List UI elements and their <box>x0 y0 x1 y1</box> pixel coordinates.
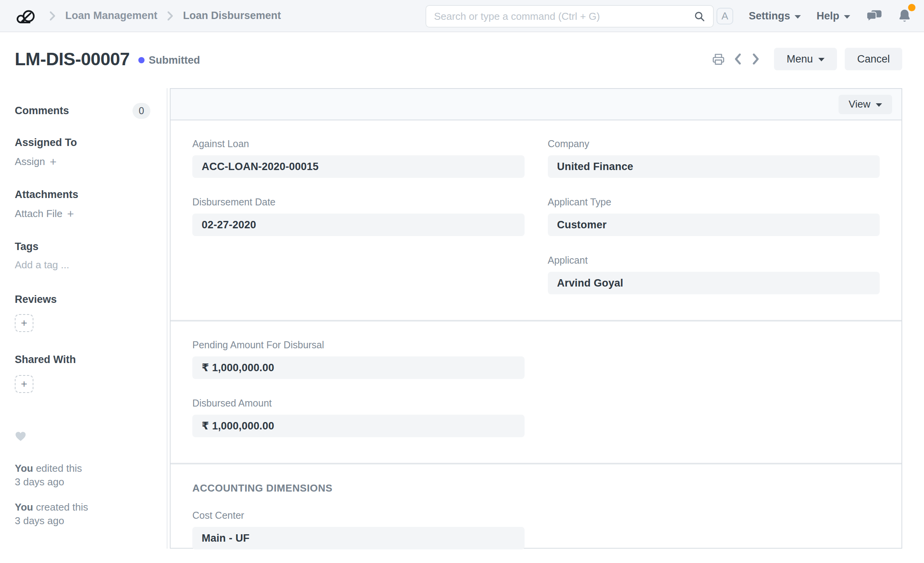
page-head: LM-DIS-00007 Submitted Menu Cancel <box>0 35 924 83</box>
form-sidebar: Comments 0 Assigned To Assign + Attachme… <box>0 88 167 549</box>
plus-icon: + <box>21 317 27 329</box>
against-loan-input[interactable]: ACC-LOAN-2020-00015 <box>192 155 525 178</box>
field-label: Cost Center <box>192 510 525 521</box>
activity-when: 3 days ago <box>15 476 64 488</box>
field-label: Against Loan <box>192 138 525 149</box>
applicant-input[interactable]: Arvind Goyal <box>548 272 880 294</box>
view-button[interactable]: View <box>839 95 892 114</box>
form-section-amounts: Pending Amount For Disbursal ₹ 1,000,000… <box>171 320 901 463</box>
field-applicant-type: Applicant Type Customer <box>548 196 880 236</box>
field-value: ₹ 1,000,000.00 <box>202 361 274 374</box>
status-label: Submitted <box>149 54 200 66</box>
field-value: ACC-LOAN-2020-00015 <box>202 161 319 173</box>
breadcrumb-loan-disbursement[interactable]: Loan Disbursement <box>183 10 281 22</box>
attachments-heading: Attachments <box>15 189 150 201</box>
notification-dot <box>908 4 915 11</box>
add-tag-input[interactable]: Add a tag ... <box>15 259 150 271</box>
field-company: Company United Finance <box>548 138 880 178</box>
search-input[interactable] <box>434 10 694 23</box>
search-icon[interactable] <box>694 10 705 22</box>
print-button[interactable] <box>712 53 725 65</box>
company-input[interactable]: United Finance <box>548 155 880 178</box>
status-dot-icon <box>138 57 145 63</box>
prev-record-button[interactable] <box>733 53 743 65</box>
field-value: 02-27-2020 <box>202 219 256 231</box>
notifications-button[interactable] <box>898 9 912 24</box>
field-value: Arvind Goyal <box>557 277 623 289</box>
chevron-down-icon <box>795 15 801 19</box>
form-main: View Against Loan ACC-LOAN-2020-00015 <box>170 88 902 549</box>
field-disbursement-date: Disbursement Date 02-27-2020 <box>192 196 525 236</box>
form-section-accounting-dimensions: ACCOUNTING DIMENSIONS Cost Center Main -… <box>171 463 901 563</box>
menu-button[interactable]: Menu <box>774 48 837 70</box>
help-menu[interactable]: Help <box>816 10 850 22</box>
activity-action: created this <box>33 501 88 513</box>
activity-log: You edited this 3 days ago You created t… <box>15 462 150 528</box>
share-button[interactable]: + <box>15 375 33 393</box>
shared-with-heading: Shared With <box>15 354 150 366</box>
field-against-loan: Against Loan ACC-LOAN-2020-00015 <box>192 138 525 178</box>
form-section-details: Against Loan ACC-LOAN-2020-00015 Disburs… <box>171 120 901 320</box>
assign-label: Assign <box>15 156 45 168</box>
content-area: Comments 0 Assigned To Assign + Attachme… <box>0 88 924 549</box>
view-button-label: View <box>849 98 870 110</box>
navbar: Loan Management Loan Disbursement A Sett… <box>0 0 924 32</box>
field-label: Disbursed Amount <box>192 398 525 409</box>
cancel-button[interactable]: Cancel <box>845 48 902 70</box>
field-pending-amount: Pending Amount For Disbursal ₹ 1,000,000… <box>192 339 525 379</box>
activity-entry: You edited this 3 days ago <box>15 462 150 489</box>
like-button[interactable] <box>15 431 150 441</box>
next-record-button[interactable] <box>751 53 761 65</box>
field-label: Company <box>548 138 880 149</box>
settings-menu[interactable]: Settings <box>749 10 801 22</box>
assigned-to-heading: Assigned To <box>15 137 150 149</box>
assign-button[interactable]: Assign + <box>15 156 150 168</box>
reviews-heading: Reviews <box>15 294 150 306</box>
field-disbursed-amount: Disbursed Amount ₹ 1,000,000.00 <box>192 398 525 437</box>
plus-icon: + <box>50 156 57 168</box>
comments-label: Comments <box>15 105 69 117</box>
comments-count-badge: 0 <box>132 103 150 119</box>
plus-icon: + <box>21 378 27 390</box>
attach-file-button[interactable]: Attach File + <box>15 208 150 220</box>
applicant-type-input[interactable]: Customer <box>548 214 880 236</box>
disbursement-date-input[interactable]: 02-27-2020 <box>192 214 525 236</box>
chat-button[interactable] <box>866 9 882 23</box>
status-badge: Submitted <box>138 54 200 66</box>
attach-file-label: Attach File <box>15 208 63 220</box>
menu-button-label: Menu <box>786 53 813 65</box>
cost-center-input[interactable]: Main - UF <box>192 527 525 549</box>
field-value: ₹ 1,000,000.00 <box>202 420 274 432</box>
field-label: Applicant Type <box>548 196 880 208</box>
settings-label: Settings <box>749 10 790 22</box>
chat-bubbles-icon <box>866 9 882 23</box>
add-review-button[interactable]: + <box>15 314 33 332</box>
chevron-down-icon <box>876 103 882 107</box>
disbursed-amount-input[interactable]: ₹ 1,000,000.00 <box>192 415 525 437</box>
form-card: View Against Loan ACC-LOAN-2020-00015 <box>170 88 902 549</box>
activity-actor: You <box>15 501 33 513</box>
chevron-right-icon <box>166 11 174 21</box>
plus-icon: + <box>67 208 74 220</box>
avatar[interactable]: A <box>717 8 733 24</box>
breadcrumb-loan-management[interactable]: Loan Management <box>65 10 157 22</box>
activity-actor: You <box>15 462 33 474</box>
field-value: Main - UF <box>202 532 249 544</box>
global-search <box>425 5 714 28</box>
sidebar-item-comments[interactable]: Comments 0 <box>15 103 150 119</box>
chevron-right-icon <box>48 11 57 21</box>
tags-heading: Tags <box>15 241 150 253</box>
field-cost-center: Cost Center Main - UF <box>192 510 525 549</box>
field-applicant: Applicant Arvind Goyal <box>548 255 880 294</box>
field-label: Applicant <box>548 255 880 266</box>
form-toolbar: View <box>171 89 901 120</box>
field-value: Customer <box>557 219 607 231</box>
cancel-button-label: Cancel <box>857 53 890 65</box>
field-label: Pending Amount For Disbursal <box>192 339 525 351</box>
avatar-letter: A <box>722 10 728 22</box>
activity-when: 3 days ago <box>15 515 64 527</box>
app-logo-icon[interactable] <box>16 6 40 26</box>
activity-entry: You created this 3 days ago <box>15 500 150 528</box>
pending-amount-input[interactable]: ₹ 1,000,000.00 <box>192 356 525 379</box>
page-title: LM-DIS-00007 <box>15 49 130 70</box>
